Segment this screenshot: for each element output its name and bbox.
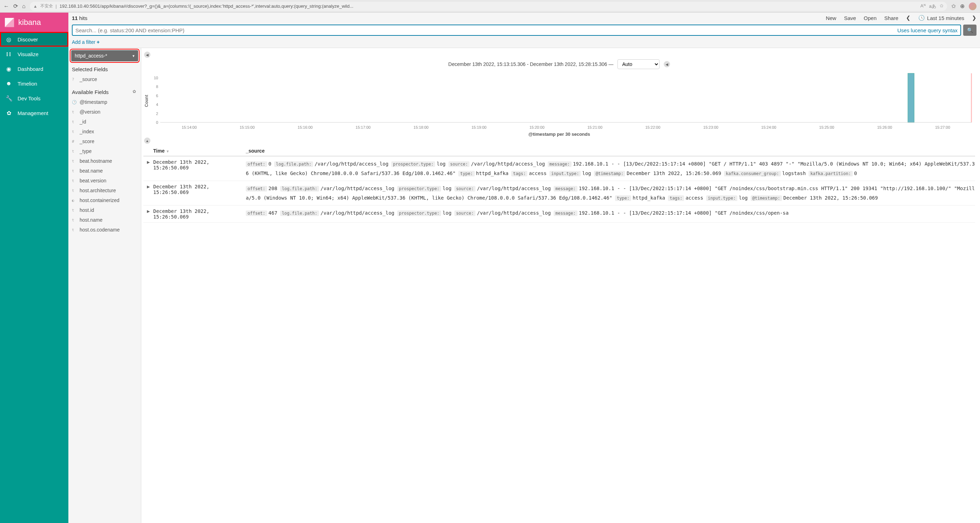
nav-item-visualize[interactable]: ⫿⫿Visualize	[0, 47, 68, 61]
field-name: @timestamp	[80, 99, 107, 105]
nav-label: Discover	[18, 37, 38, 43]
collapse-sidebar-icon[interactable]: ◀	[144, 51, 150, 58]
favorites-icon[interactable]: ✩	[951, 3, 956, 10]
svg-text:15:24:00: 15:24:00	[761, 125, 776, 129]
refresh-icon[interactable]: ⟳	[13, 3, 18, 10]
svg-rect-20	[908, 73, 914, 123]
field-_type[interactable]: t_type	[68, 146, 141, 156]
action-open[interactable]: Open	[864, 15, 877, 21]
document-table: Time ▼ _source ▶December 13th 2022, 15:2…	[143, 146, 975, 223]
field-host.containerized[interactable]: ◐host.containerized	[68, 195, 141, 205]
action-save[interactable]: Save	[844, 15, 856, 21]
svg-text:15:27:00: 15:27:00	[935, 125, 950, 129]
svg-text:2: 2	[156, 112, 158, 116]
fields-panel: httpd_access-* Selected Fields ?_source …	[68, 48, 141, 523]
row-time: December 13th 2022, 15:26:50.069	[153, 208, 246, 220]
field-name: beat.hostname	[80, 158, 112, 164]
search-input-wrap[interactable]: Uses lucene query syntax	[72, 25, 961, 36]
nav-item-discover[interactable]: ◎Discover	[0, 32, 68, 47]
field-type-icon: t	[72, 188, 76, 193]
brand[interactable]: kibana	[0, 13, 68, 32]
date-range-text: December 13th 2022, 15:13:15.306 - Decem…	[449, 61, 614, 67]
svg-text:15:20:00: 15:20:00	[530, 125, 544, 129]
field-type-icon: ?	[72, 77, 76, 82]
nav-item-management[interactable]: ✿Management	[0, 105, 68, 120]
date-range-header: December 13th 2022, 15:13:15.306 - Decem…	[143, 59, 975, 69]
favorite-icon[interactable]: ✩	[940, 3, 943, 10]
field-beat.hostname[interactable]: tbeat.hostname	[68, 156, 141, 166]
svg-text:0: 0	[156, 120, 158, 124]
svg-text:8: 8	[156, 85, 158, 89]
interval-select[interactable]: Auto	[617, 59, 660, 69]
field-@version[interactable]: t@version	[68, 107, 141, 117]
scroll-top-icon[interactable]: ▲	[144, 137, 150, 144]
topbar: 11 hits New Save Open Share ❮ 🕓 Last 15 …	[68, 13, 980, 48]
field-beat.name[interactable]: tbeat.name	[68, 166, 141, 176]
reader-icon[interactable]: Aᴺ	[920, 3, 926, 10]
time-prev-icon[interactable]: ❮	[906, 15, 911, 21]
col-source-header[interactable]: _source	[246, 148, 975, 154]
expand-row-icon[interactable]: ▶	[143, 184, 153, 203]
address-bar[interactable]: ▲ 不安全 | 192.168.10.40:5601/app/kibana#/d…	[30, 2, 947, 11]
table-row: ▶December 13th 2022, 15:26:50.069offset:…	[143, 206, 975, 223]
hit-count: 11 hits	[72, 15, 87, 21]
time-next-icon[interactable]: ❯	[972, 15, 977, 21]
field-beat.version[interactable]: tbeat.version	[68, 176, 141, 185]
histogram-chart[interactable]: Count 024681015:14:0015:15:0015:16:0015:…	[143, 71, 975, 131]
back-icon[interactable]: ←	[3, 3, 9, 10]
action-new[interactable]: New	[826, 15, 836, 21]
svg-text:15:23:00: 15:23:00	[703, 125, 718, 129]
expand-row-icon[interactable]: ▶	[143, 208, 153, 220]
collapse-chart-icon[interactable]: ◀	[664, 61, 670, 67]
lucene-link[interactable]: Uses lucene query syntax	[897, 27, 958, 33]
translate-icon[interactable]: aあ	[929, 3, 936, 10]
field-host.os.codename[interactable]: thost.os.codename	[68, 225, 141, 235]
field-host.id[interactable]: thost.id	[68, 205, 141, 215]
nav-item-dev-tools[interactable]: 🔧Dev Tools	[0, 91, 68, 105]
field-host.name[interactable]: thost.name	[68, 215, 141, 225]
search-input[interactable]	[75, 27, 897, 33]
field-name: _score	[80, 139, 94, 144]
field-host.architecture[interactable]: thost.architecture	[68, 185, 141, 195]
collections-icon[interactable]: ⊕	[960, 3, 964, 10]
kibana-logo-icon	[4, 17, 15, 28]
field-@timestamp[interactable]: 🕑@timestamp	[68, 97, 141, 107]
field-type-icon: t	[72, 149, 76, 154]
nav-icon: ☻	[6, 80, 12, 87]
field-type-icon: t	[72, 218, 76, 222]
field-_source[interactable]: ?_source	[68, 74, 141, 84]
svg-text:15:17:00: 15:17:00	[356, 125, 371, 129]
expand-row-icon[interactable]: ▶	[143, 159, 153, 178]
profile-avatar[interactable]	[969, 2, 977, 10]
index-pattern-select[interactable]: httpd_access-*	[71, 50, 138, 61]
field-type-icon: #	[72, 139, 76, 144]
side-nav: kibana ◎Discover⫿⫿Visualize◉Dashboard☻Ti…	[0, 13, 68, 523]
time-picker[interactable]: 🕓 Last 15 minutes	[918, 15, 964, 21]
field-_score[interactable]: #_score	[68, 136, 141, 146]
row-source: offset:467log.file.path:/var/log/httpd/a…	[246, 208, 975, 220]
nav-item-dashboard[interactable]: ◉Dashboard	[0, 61, 68, 76]
field-type-icon: t	[72, 120, 76, 124]
svg-text:15:16:00: 15:16:00	[298, 125, 313, 129]
nav-label: Dashboard	[18, 66, 43, 72]
action-share[interactable]: Share	[884, 15, 898, 21]
nav-icon: ✿	[6, 110, 12, 116]
home-icon[interactable]: ⌂	[22, 3, 25, 10]
field-name: _index	[80, 129, 94, 134]
svg-text:6: 6	[156, 94, 158, 98]
table-header: Time ▼ _source	[143, 146, 975, 156]
gear-icon[interactable]: ✿	[132, 89, 136, 94]
svg-text:15:14:00: 15:14:00	[181, 125, 197, 129]
col-time-header[interactable]: Time ▼	[153, 148, 246, 154]
discover-content: ◀ December 13th 2022, 15:13:15.306 - Dec…	[141, 48, 980, 523]
add-filter-link[interactable]: Add a filter +	[72, 39, 100, 45]
field-_index[interactable]: t_index	[68, 127, 141, 136]
x-axis-label: @timestamp per 30 seconds	[143, 132, 975, 137]
search-icon: 🔍	[967, 27, 973, 33]
nav-icon: ⫿⫿	[6, 51, 12, 57]
plus-icon: +	[97, 39, 100, 45]
svg-rect-21	[971, 73, 972, 123]
field-_id[interactable]: t_id	[68, 117, 141, 127]
search-button[interactable]: 🔍	[963, 25, 977, 36]
nav-item-timelion[interactable]: ☻Timelion	[0, 76, 68, 91]
